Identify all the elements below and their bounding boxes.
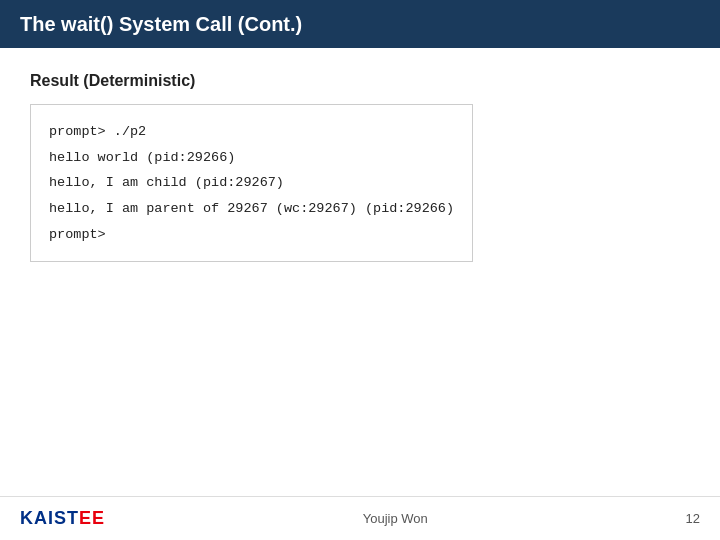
logo-kaist: KAIST — [20, 508, 79, 529]
code-line-2: hello world (pid:29266) — [49, 145, 454, 171]
section-title: Result (Deterministic) — [30, 72, 690, 90]
slide-content: Result (Deterministic) prompt> ./p2 hell… — [0, 48, 720, 496]
code-line-1: prompt> ./p2 — [49, 119, 454, 145]
footer-author: Youjip Won — [105, 511, 686, 526]
logo-ee: EE — [79, 508, 105, 529]
code-line-3: hello, I am child (pid:29267) — [49, 170, 454, 196]
slide-footer: KAISTEE Youjip Won 12 — [0, 496, 720, 540]
slide-header: The wait() System Call (Cont.) — [0, 0, 720, 48]
slide: The wait() System Call (Cont.) Result (D… — [0, 0, 720, 540]
code-line-4: hello, I am parent of 29267 (wc:29267) (… — [49, 196, 454, 222]
code-line-5: prompt> — [49, 222, 454, 248]
code-block: prompt> ./p2 hello world (pid:29266) hel… — [30, 104, 473, 262]
footer-logo: KAISTEE — [20, 508, 105, 529]
footer-page: 12 — [686, 511, 700, 526]
slide-title: The wait() System Call (Cont.) — [20, 13, 302, 36]
